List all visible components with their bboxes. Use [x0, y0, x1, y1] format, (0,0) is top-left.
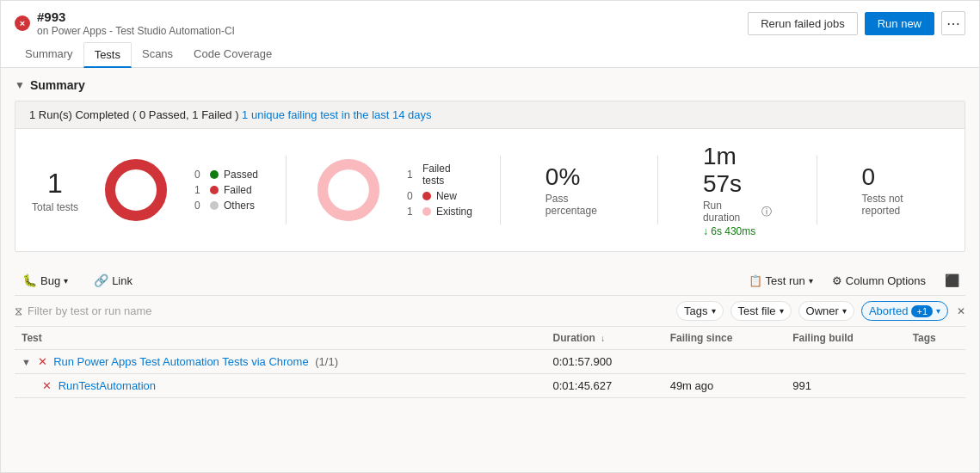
expand-icon[interactable]: ▼ [22, 357, 31, 367]
header-title-block: #993 on Power Apps - Test Studio Automat… [37, 9, 235, 37]
summary-card: 1 Run(s) Completed ( 0 Passed, 1 Failed … [15, 101, 965, 252]
test-run-icon: 📋 [749, 274, 762, 287]
failed-label: Failed [224, 184, 252, 196]
table-body: ▼ ✕ Run Power Apps Test Automation Tests… [15, 350, 965, 398]
run-duration-value: 1m 57s [703, 143, 772, 198]
failed-legend: 1 Failed tests 0 New 1 Existing [407, 163, 472, 218]
tests-not-reported-block: 0 Tests not reported [845, 163, 951, 217]
legend-existing: 1 Existing [407, 206, 472, 218]
row2-duration: 0:01:45.627 [545, 374, 663, 398]
row1-failing-build [786, 350, 905, 374]
aborted-chip-label: Aborted [869, 304, 909, 317]
tab-tests[interactable]: Tests [83, 42, 132, 68]
bug-icon: 🐛 [22, 273, 37, 287]
run-duration-sub: ↓ 6s 430ms [703, 225, 772, 237]
toolbar: 🐛 Bug ▾ 🔗 Link 📋 Test run ▾ ⚙ Column Op [15, 262, 965, 296]
column-options-button[interactable]: ⚙ Column Options [826, 270, 932, 292]
close-filter-icon[interactable]: ✕ [957, 305, 965, 317]
table-row: ▼ ✕ Run Power Apps Test Automation Tests… [15, 350, 965, 374]
tags-chip[interactable]: Tags ▾ [676, 301, 723, 321]
divider-2 [500, 156, 501, 224]
filter-funnel-icon: ⧖ [15, 304, 22, 318]
bug-btn-label: Bug [40, 274, 60, 287]
pass-percentage-label: Pass percentage [545, 193, 613, 217]
passed-count: 0 [194, 169, 205, 181]
test-run-dropdown[interactable]: 📋 Test run ▾ [743, 270, 819, 292]
test-file-chip-label: Test file [738, 304, 776, 317]
tests-not-reported-label: Tests not reported [862, 193, 934, 217]
row1-duration: 0:01:57.900 [545, 350, 663, 374]
banner-text: 1 Run(s) Completed ( 0 Passed, 1 Failed … [29, 108, 242, 121]
pass-percentage-block: 0% Pass percentage [528, 163, 630, 217]
bug-button[interactable]: 🐛 Bug ▾ [15, 269, 76, 292]
summary-section-header[interactable]: ▼ Summary [15, 78, 965, 92]
chevron-icon: ▼ [15, 79, 25, 91]
close-icon[interactable]: × [15, 15, 30, 31]
passed-dot [210, 170, 219, 179]
header-actions: Rerun failed jobs Run new ⋯ [748, 11, 965, 35]
divider-3 [657, 156, 658, 224]
others-dot [210, 201, 219, 210]
tabs: Summary Tests Scans Code Coverage [15, 42, 965, 67]
row1-failing-since [663, 350, 786, 374]
owner-chip-label: Owner [806, 304, 839, 317]
owner-chip-chevron-icon: ▾ [842, 306, 847, 316]
test-table-container: Test Duration ↓ Failing since Failing bu… [15, 327, 965, 398]
test-file-chip[interactable]: Test file ▾ [730, 301, 792, 321]
aborted-count: +1 [911, 305, 933, 317]
existing-count: 1 [407, 206, 417, 218]
app-container: × #993 on Power Apps - Test Studio Autom… [0, 0, 980, 473]
link-button[interactable]: 🔗 Link [86, 269, 140, 292]
table-header-row: Test Duration ↓ Failing since Failing bu… [15, 327, 965, 350]
col-duration[interactable]: Duration ↓ [545, 327, 663, 350]
tab-summary[interactable]: Summary [15, 42, 83, 67]
filter-icon-button[interactable]: ⬛ [939, 269, 965, 292]
tab-code-coverage[interactable]: Code Coverage [183, 42, 282, 67]
row2-tags [906, 374, 965, 398]
aborted-chip-chevron-icon: ▾ [936, 306, 940, 316]
row2-failing-since: 49m ago [663, 374, 786, 398]
failed-dot [210, 186, 219, 194]
existing-label: Existing [436, 206, 472, 218]
filter-input-area[interactable]: ⧖ Filter by test or run name [15, 304, 669, 318]
aborted-chip[interactable]: Aborted +1 ▾ [861, 301, 948, 321]
tags-chip-label: Tags [684, 304, 707, 317]
filter-placeholder: Filter by test or run name [28, 304, 152, 317]
others-label: Others [224, 200, 255, 212]
failed-tests-label: Failed tests [422, 163, 472, 187]
tests-not-reported-value: 0 [862, 163, 934, 191]
link-btn-label: Link [112, 274, 133, 287]
summary-stats: 1 Total tests 0 Passed [15, 129, 965, 251]
link-icon: 🔗 [94, 273, 108, 287]
row2-test-cell: ✕ RunTestAutomation [15, 374, 545, 398]
more-options-icon[interactable]: ⋯ [941, 11, 965, 35]
donut-legend-1: 0 Passed 1 Failed 0 Others [194, 169, 258, 212]
legend-passed: 0 Passed [194, 169, 258, 181]
fail-icon: ✕ [42, 379, 52, 392]
row1-test-name-link[interactable]: Run Power Apps Test Automation Tests via… [53, 355, 309, 368]
summary-title: Summary [30, 78, 85, 92]
rerun-failed-jobs-button[interactable]: Rerun failed jobs [748, 12, 858, 35]
donut-svg-2 [314, 156, 383, 224]
filter-icon: ⬛ [945, 273, 959, 287]
run-new-button[interactable]: Run new [865, 12, 934, 35]
row2-test-name-link[interactable]: RunTestAutomation [59, 379, 156, 392]
donut-chart-2 [314, 156, 383, 224]
tags-chip-chevron-icon: ▾ [712, 306, 716, 316]
owner-chip[interactable]: Owner ▾ [798, 301, 854, 321]
new-dot [422, 192, 431, 200]
svg-point-3 [323, 164, 374, 216]
summary-banner: 1 Run(s) Completed ( 0 Passed, 1 Failed … [15, 101, 965, 129]
tab-scans[interactable]: Scans [132, 42, 183, 67]
test-run-chevron-icon: ▾ [809, 276, 813, 286]
banner-link[interactable]: 1 unique failing test in the last 14 day… [242, 108, 431, 121]
pass-percentage-value: 0% [545, 163, 613, 191]
run-duration-block: 1m 57s Run duration ⓘ ↓ 6s 430ms [686, 143, 789, 237]
test-table: Test Duration ↓ Failing since Failing bu… [15, 327, 965, 398]
donut-svg-1 [102, 156, 170, 224]
divider-4 [817, 156, 817, 224]
legend-failed-tests: 1 Failed tests [407, 163, 472, 187]
duration-sort-icon: ↓ [601, 334, 605, 343]
fail-icon: ✕ [38, 355, 47, 368]
divider-1 [286, 156, 287, 224]
